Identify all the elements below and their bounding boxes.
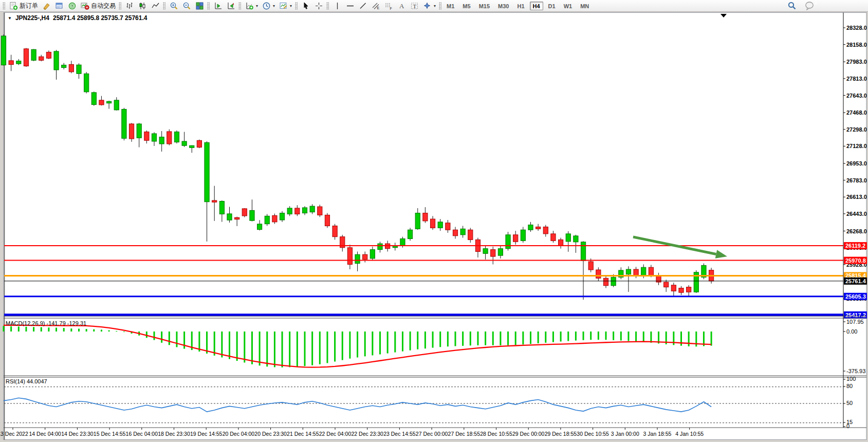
candle: [9, 61, 13, 65]
timeframe-button-m1[interactable]: M1: [444, 2, 457, 10]
timeframe-button-h4[interactable]: H4: [530, 2, 543, 10]
symbol-dropdown-triangle-icon[interactable]: ▼: [8, 16, 12, 21]
candle: [588, 262, 593, 270]
line-chart-type-button[interactable]: [149, 1, 162, 11]
svg-text:28158.0: 28158.0: [846, 42, 867, 48]
svg-text:20 Dec 23:30: 20 Dec 23:30: [254, 431, 287, 437]
candle: [302, 208, 307, 213]
candle: [596, 270, 601, 278]
gold-pencil-icon: [42, 2, 51, 10]
text-tool-button[interactable]: A: [395, 1, 408, 11]
svg-text:14 Dec 04:00: 14 Dec 04:00: [29, 431, 61, 437]
candle: [39, 57, 44, 60]
cursor-tool-button[interactable]: [300, 1, 312, 11]
toolbar-grip: [163, 2, 165, 10]
periods-button[interactable]: ▾: [260, 1, 277, 11]
zoom-out-icon: [182, 2, 191, 10]
candle: [69, 64, 73, 71]
svg-text:13 Dec 2022: 13 Dec 2022: [0, 431, 28, 437]
chart-window[interactable]: 28328.028158.027983.027813.027643.027468…: [0, 12, 868, 442]
candle: [62, 65, 66, 68]
candle: [31, 49, 36, 60]
svg-text:80: 80: [846, 383, 853, 389]
search-button[interactable]: [785, 1, 799, 11]
chart-canvas[interactable]: 28328.028158.027983.027813.027643.027468…: [0, 12, 868, 442]
market-signal-button[interactable]: [66, 1, 79, 11]
notifications-chat-button[interactable]: 1: [803, 1, 817, 11]
shapes-icon: [423, 2, 432, 10]
candle: [400, 238, 405, 245]
timeframe-button-mn[interactable]: MN: [577, 2, 592, 10]
candle: [378, 244, 382, 250]
candle: [310, 206, 315, 212]
svg-text:20 Dec 04:00: 20 Dec 04:00: [223, 431, 255, 437]
macd-indicator-label: MACD(12,26,9) -141.79 -129.31: [6, 320, 86, 326]
autotrading-button[interactable]: 自动交易: [79, 1, 118, 11]
svg-text:25761.4: 25761.4: [845, 278, 866, 284]
timeframe-button-d1[interactable]: D1: [545, 2, 559, 10]
fibonacci-tool-button[interactable]: F: [382, 1, 395, 11]
zoom-out-button[interactable]: [180, 1, 193, 11]
templates-dropdown-caret[interactable]: ▾: [290, 4, 292, 8]
candle: [205, 142, 209, 201]
svg-text:27643.0: 27643.0: [846, 93, 867, 99]
candle: [664, 282, 669, 287]
equidistant-channel-tool-button[interactable]: E: [370, 1, 382, 11]
bar-chart-type-button[interactable]: [123, 1, 136, 11]
candle: [536, 227, 541, 229]
svg-text:22 Dec 04:00: 22 Dec 04:00: [319, 431, 352, 437]
candle: [430, 219, 435, 228]
svg-text:27813.0: 27813.0: [846, 76, 867, 82]
candle: [129, 124, 134, 139]
indicators-button[interactable]: ▾: [243, 1, 260, 11]
candle: [611, 277, 616, 285]
toolbar-grip: [238, 2, 241, 10]
timeframe-button-m5[interactable]: M5: [459, 2, 473, 10]
indicators-icon: [245, 2, 254, 10]
candle: [280, 213, 284, 220]
candle: [325, 215, 329, 226]
candle: [347, 248, 352, 265]
candle: [438, 222, 442, 228]
templates-button[interactable]: ▾: [277, 1, 294, 11]
auto-scroll-button[interactable]: [225, 1, 237, 11]
crosshair-tool-button[interactable]: [312, 1, 325, 11]
gold-pencil-button[interactable]: [40, 1, 53, 11]
candle: [453, 230, 457, 236]
candle: [333, 226, 337, 237]
horizontal-line-tool-button[interactable]: [344, 1, 357, 11]
candle: [559, 240, 563, 246]
arrows-shapes-button[interactable]: ▾: [421, 1, 438, 11]
svg-text:100: 100: [846, 376, 856, 382]
new-order-button[interactable]: 新订单: [7, 1, 40, 11]
timeframe-button-m30[interactable]: M30: [495, 2, 512, 10]
zoom-in-button[interactable]: [168, 1, 180, 11]
text-a-icon: A: [397, 2, 406, 10]
tile-windows-button[interactable]: [193, 1, 206, 11]
timeframe-button-h1[interactable]: H1: [514, 2, 527, 10]
timeframe-button-w1[interactable]: W1: [561, 2, 576, 10]
candlestick-type-button[interactable]: [136, 1, 149, 11]
rsi-indicator-label: RSI(14) 44.0047: [6, 378, 47, 384]
chart-shift-button[interactable]: [212, 1, 225, 11]
candle: [272, 215, 277, 222]
terminal-window-button[interactable]: [53, 1, 66, 11]
vertical-line-tool-button[interactable]: [331, 1, 344, 11]
zoom-in-icon: [170, 2, 178, 10]
text-label-tool-button[interactable]: T: [408, 1, 421, 11]
periods-dropdown-caret[interactable]: ▾: [273, 4, 275, 8]
trendline-tool-button[interactable]: [357, 1, 370, 11]
shapes-dropdown-caret[interactable]: ▾: [434, 4, 436, 8]
candle: [152, 134, 156, 141]
candle: [370, 250, 375, 259]
candle: [649, 267, 653, 275]
svg-text:25970.8: 25970.8: [845, 257, 866, 264]
svg-text:27298.0: 27298.0: [846, 126, 867, 133]
search-icon: [787, 1, 797, 10]
indicators-dropdown-caret[interactable]: ▾: [256, 4, 258, 8]
toolbar-grip: [295, 2, 298, 10]
timeframe-button-m15[interactable]: M15: [476, 2, 493, 10]
vertical-line-icon: [333, 2, 342, 10]
candle: [423, 213, 428, 221]
candle: [190, 145, 194, 148]
